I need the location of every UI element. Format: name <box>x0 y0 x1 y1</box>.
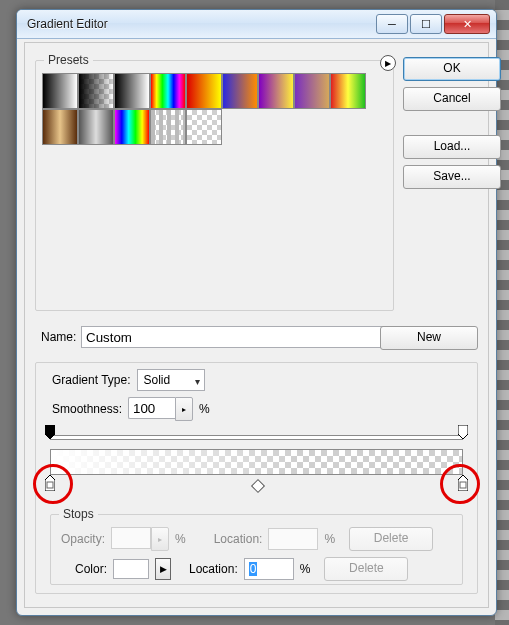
svg-rect-5 <box>460 482 466 488</box>
preset-swatch[interactable] <box>42 109 78 145</box>
load-button[interactable]: Load... <box>403 135 501 159</box>
window-title: Gradient Editor <box>27 17 374 31</box>
location2-input[interactable]: 0 <box>244 558 294 580</box>
stops-group: Stops Opacity: ▸ % Location: % Delete Co… <box>50 507 463 585</box>
preset-swatch[interactable] <box>294 73 330 109</box>
ok-button[interactable]: OK <box>403 57 501 81</box>
preset-swatch[interactable] <box>150 109 186 145</box>
preset-swatch[interactable] <box>150 73 186 109</box>
preset-swatch[interactable] <box>42 73 78 109</box>
color-stop-right[interactable] <box>458 475 468 491</box>
new-button[interactable]: New <box>380 326 478 350</box>
location1-input <box>268 528 318 550</box>
location1-unit: % <box>324 532 335 546</box>
preset-row <box>42 109 387 145</box>
svg-rect-3 <box>47 482 53 488</box>
color-label: Color: <box>75 562 107 576</box>
gradient-preview-bar[interactable] <box>50 449 463 475</box>
minimize-button[interactable]: ─ <box>376 14 408 34</box>
smoothness-input[interactable] <box>128 397 175 419</box>
color-stop-left[interactable] <box>45 475 55 491</box>
opacity-track[interactable] <box>50 435 463 440</box>
name-label: Name: <box>41 330 76 344</box>
opacity-stepper: ▸ <box>151 527 169 551</box>
delete-opacity-stop-button: Delete <box>349 527 433 551</box>
midpoint-handle[interactable] <box>250 479 264 493</box>
preset-swatch[interactable] <box>258 73 294 109</box>
preset-swatch[interactable] <box>186 109 222 145</box>
smoothness-stepper[interactable]: ▸ <box>175 397 193 421</box>
opacity-stop-left[interactable] <box>45 425 55 439</box>
dialog-button-column: OK Cancel Load... Save... <box>403 57 478 189</box>
gradient-bar-area <box>50 429 463 509</box>
name-input[interactable] <box>81 326 401 348</box>
color-well[interactable] <box>113 559 149 579</box>
gradient-settings-group: Gradient Type: Solid Smoothness: ▸ % <box>35 362 478 594</box>
titlebar[interactable]: Gradient Editor ─ ☐ ✕ <box>17 10 496 39</box>
presets-group: Presets ▶ <box>35 53 394 311</box>
opacity-input <box>111 527 151 549</box>
preset-swatch[interactable] <box>114 73 150 109</box>
opacity-label: Opacity: <box>61 532 105 546</box>
smoothness-unit: % <box>199 402 210 416</box>
presets-menu-button[interactable]: ▶ <box>380 55 396 71</box>
preset-swatch[interactable] <box>114 109 150 145</box>
gradient-editor-window: Gradient Editor ─ ☐ ✕ OK Cancel Load... … <box>16 9 497 616</box>
stops-legend: Stops <box>59 507 98 521</box>
preset-swatch[interactable] <box>222 73 258 109</box>
location2-unit: % <box>300 562 311 576</box>
location2-label: Location: <box>189 562 238 576</box>
cancel-button[interactable]: Cancel <box>403 87 501 111</box>
preset-row <box>42 73 387 109</box>
location1-label: Location: <box>214 532 263 546</box>
gradient-type-label: Gradient Type: <box>52 373 131 387</box>
opacity-unit: % <box>175 532 186 546</box>
gradient-type-combo[interactable]: Solid <box>137 369 205 391</box>
preset-swatch[interactable] <box>78 73 114 109</box>
preset-swatch[interactable] <box>78 109 114 145</box>
svg-marker-1 <box>458 425 468 439</box>
maximize-button[interactable]: ☐ <box>410 14 442 34</box>
client-area: OK Cancel Load... Save... Presets ▶ Name… <box>24 42 489 608</box>
opacity-stop-right[interactable] <box>458 425 468 439</box>
preset-swatch[interactable] <box>186 73 222 109</box>
close-button[interactable]: ✕ <box>444 14 490 34</box>
preset-swatch[interactable] <box>330 73 366 109</box>
save-button[interactable]: Save... <box>403 165 501 189</box>
presets-legend: Presets <box>44 53 93 67</box>
delete-color-stop-button: Delete <box>324 557 408 581</box>
svg-marker-0 <box>45 425 55 439</box>
color-menu-button[interactable]: ▶ <box>155 558 171 580</box>
smoothness-label: Smoothness: <box>52 402 122 416</box>
